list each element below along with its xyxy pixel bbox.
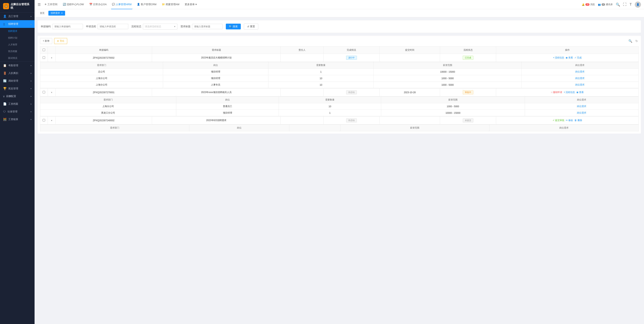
cell-form-code: ZPXQ202307240002: [56, 116, 152, 125]
row-checkbox[interactable]: [43, 91, 45, 93]
col-form-code: 单据编码: [56, 47, 152, 54]
attendance-icon: 📋: [3, 64, 7, 67]
search-icon: 🔍: [229, 25, 232, 28]
search-button[interactable]: 🔍 搜索: [226, 24, 241, 30]
sidebar-item-recruit[interactable]: 👥 招聘管理 ▴: [0, 20, 34, 28]
tab-close-icon[interactable]: ✕: [61, 12, 63, 15]
salary-file-icon: 📄: [3, 102, 7, 106]
sidebar-item-attendance[interactable]: 📋 考勤管理 ▾: [0, 62, 34, 69]
cell-actions: ○ 撤销申请+ 流程信息◉ 查看: [496, 88, 638, 97]
export-icon: ⬆: [57, 40, 59, 43]
chevron-down-icon-8: ▾: [30, 111, 32, 113]
export-button[interactable]: ⬆ 导出: [54, 38, 67, 44]
topnav-item-workspace[interactable]: ✈ 工作空间: [44, 0, 58, 9]
select-all-header: [40, 47, 48, 54]
font-size-btn[interactable]: T: [630, 3, 632, 7]
expand-icon[interactable]: ▾: [51, 57, 52, 59]
cell-submit-time: 2023-10-28: [380, 88, 440, 97]
sub-cell-req: 岗位需求: [522, 82, 638, 88]
status-badge: 待启动: [346, 118, 357, 122]
sidebar-item-payroll[interactable]: 🧮 工资核算 ▾: [0, 116, 34, 123]
pos-req-link[interactable]: 岗位需求: [575, 70, 584, 73]
recruit-icon: 👥: [3, 22, 7, 26]
cell-submit-time: [380, 116, 440, 125]
sub-cell-req: 岗位需求: [522, 69, 638, 75]
flow-status-badge: 已完成: [463, 56, 473, 60]
sub-table-row: 黑龙江分公司 项目经理 1 10000 - 15000 岗位需求: [40, 110, 638, 116]
sub-cell-position: 普通员工: [176, 103, 278, 110]
action-link[interactable]: 🗑 删除: [574, 119, 582, 122]
pos-req-link[interactable]: 岗位需求: [575, 83, 584, 86]
communication-btn[interactable]: 👥 0 通讯录: [598, 3, 613, 6]
table-search-icon[interactable]: 🔍: [628, 39, 633, 44]
action-link[interactable]: ✓ 完成: [574, 56, 582, 59]
hamburger-menu[interactable]: ☰: [38, 3, 41, 7]
main-area: ☰ ✈ 工作空间 🔄 流程中心FLOW 📅 日常办公OA 💬 人事管理HRM 👤…: [34, 0, 644, 324]
search-btn[interactable]: 🔍: [616, 3, 620, 7]
breadcrumb-current[interactable]: 招聘需求 ✕: [48, 11, 65, 16]
notification-btn[interactable]: 🔔 28 消息: [582, 3, 595, 6]
topnav-item-hrm[interactable]: 💬 人事管理HRM: [111, 0, 132, 9]
sub-col-count: 需要数量: [268, 62, 374, 69]
pos-req-link[interactable]: 岗位需求: [575, 77, 584, 80]
expand-icon[interactable]: ▾: [51, 91, 52, 94]
sidebar-item-salary-file[interactable]: 📄 工资档案 ▾: [0, 100, 34, 108]
form-code-field: 单据编码: [41, 24, 83, 29]
table-refresh-icon[interactable]: ↻: [634, 39, 638, 44]
action-link[interactable]: ◉ 查看: [566, 56, 573, 59]
demand-title-input[interactable]: [192, 24, 223, 29]
cell-responsible: [281, 116, 324, 125]
sub-col-salary: 薪资范围: [381, 97, 525, 103]
select-all-checkbox[interactable]: [43, 49, 45, 51]
action-link[interactable]: ○ 撤销申请: [551, 91, 562, 94]
search-bar: 单据编码 申请流程 流程状态 请选择流程状态 ▾ 需求标题 🔍 搜索: [38, 20, 641, 33]
topnav-item-flow[interactable]: 🔄 流程中心FLOW: [62, 0, 85, 9]
sidebar-sub-item-plan[interactable]: 招聘计划: [0, 35, 34, 41]
sidebar-item-salary-config[interactable]: ¥ 薪酬配置 ▾: [0, 92, 34, 100]
form-code-input[interactable]: [52, 24, 83, 29]
action-link[interactable]: ◉ 查看: [576, 91, 584, 94]
fullscreen-btn[interactable]: ⛶: [623, 3, 626, 7]
add-button[interactable]: + 新增: [40, 38, 52, 44]
sidebar-item-social-security[interactable]: 🛡 社保管理 ▾: [0, 108, 34, 116]
action-link[interactable]: ✏ 修改: [566, 119, 573, 122]
chevron-down-icon-9: ▾: [30, 118, 32, 121]
cell-completion: 待启动: [323, 116, 380, 125]
sidebar-item-employee[interactable]: 👤 员工管理 ▾: [0, 13, 34, 20]
sidebar-sub-item-talent[interactable]: 人才推荐: [0, 41, 34, 48]
chevron-down-icon-more: ▾: [196, 3, 197, 6]
flow-status-select[interactable]: 请选择流程状态 ▾: [143, 24, 178, 30]
sub-col-position: 岗位: [176, 97, 278, 103]
expand-icon[interactable]: ▾: [51, 119, 52, 122]
topnav-item-oa[interactable]: 📅 日常办公OA: [88, 0, 108, 9]
row-checkbox[interactable]: [43, 119, 45, 121]
sidebar-sub-item-resume[interactable]: 简历档案: [0, 48, 34, 55]
breadcrumb-home[interactable]: 首页: [38, 11, 47, 16]
row-checkbox[interactable]: [43, 56, 45, 59]
sidebar-logo: 🦁 点狮后台管理系统: [0, 0, 34, 13]
user-avatar[interactable]: 👤: [635, 2, 641, 8]
pos-req-link[interactable]: 岗位需求: [577, 105, 586, 108]
topnav-item-crm[interactable]: 👤 客户管理CRM: [136, 0, 157, 9]
sub-col-dept-last: 需求部门: [40, 125, 189, 131]
topnav-item-am[interactable]: 📁 档案管理AM: [161, 0, 180, 9]
action-link[interactable]: ✓ 提交审批: [552, 119, 564, 122]
reset-icon: ↺: [247, 25, 249, 28]
sub-cell-salary: 1000 - 5000: [381, 103, 525, 110]
sidebar-sub-item-interview[interactable]: 面试情况: [0, 55, 34, 62]
hrm-icon: 💬: [112, 3, 115, 6]
sub-cell-position: 项目经理: [163, 75, 268, 82]
action-link[interactable]: + 流程信息: [564, 91, 575, 94]
sidebar-sub-item-demand[interactable]: 招聘需求: [0, 28, 34, 35]
pos-req-link[interactable]: 岗位需求: [577, 111, 586, 114]
apply-flow-input[interactable]: [98, 24, 128, 29]
sub-cell-count: 1: [278, 110, 381, 116]
sub-table-row: 上海分公司 普通员工 10 1000 - 5000 岗位需求: [40, 103, 638, 110]
reset-button[interactable]: ↺ 重置: [244, 24, 258, 30]
sidebar-item-transfer[interactable]: 🔄 调岗管理 ▾: [0, 77, 34, 85]
topnav-item-more[interactable]: 更多菜单 ▾: [184, 0, 198, 9]
sidebar-item-rewards[interactable]: 🏆 奖惩管理 ▾: [0, 85, 34, 92]
sidebar: 🦁 点狮后台管理系统 👤 员工管理 ▾ 👥 招聘管理 ▴ 招聘需求 招聘计划 人…: [0, 0, 34, 324]
action-link[interactable]: + 流程信息: [553, 56, 564, 59]
sidebar-item-onboarding[interactable]: 🚪 入职离职 ▾: [0, 69, 34, 77]
